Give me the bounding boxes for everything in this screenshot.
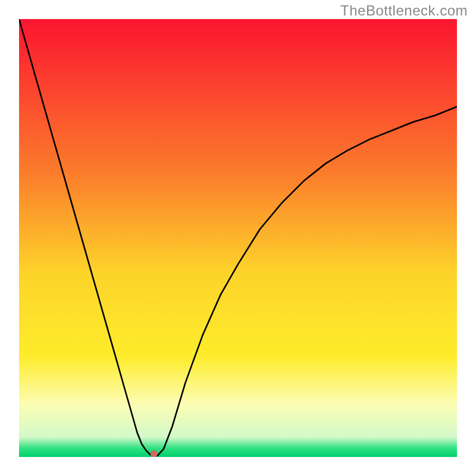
chart-background [19, 19, 457, 457]
watermark-text: TheBottleneck.com [340, 2, 468, 19]
chart-container [19, 19, 457, 457]
chart-svg [19, 19, 457, 457]
